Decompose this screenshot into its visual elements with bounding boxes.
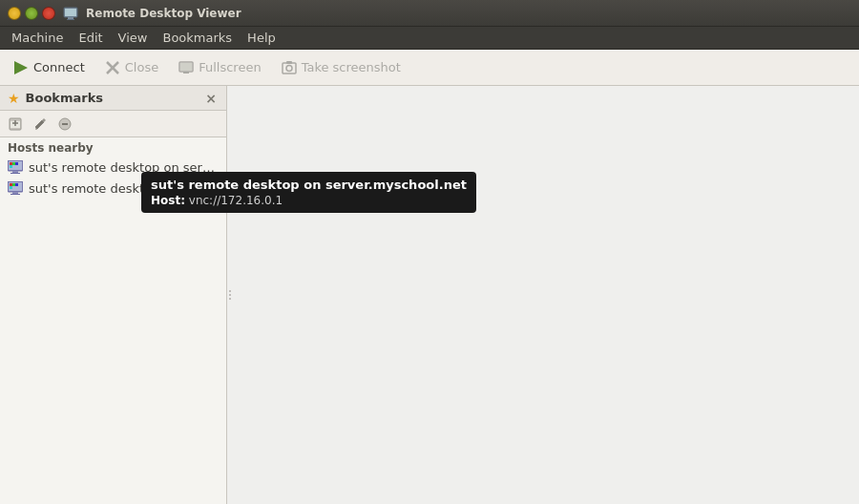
menu-view[interactable]: View xyxy=(111,29,156,47)
window-controls xyxy=(8,7,55,20)
remove-bookmark-button[interactable] xyxy=(53,114,76,135)
bookmarks-sidebar: ★ Bookmarks × xyxy=(0,86,227,504)
edit-bookmark-button[interactable] xyxy=(29,114,52,135)
resize-dot-2 xyxy=(229,294,231,296)
menu-bookmarks[interactable]: Bookmarks xyxy=(155,29,240,47)
edit-bookmark-icon xyxy=(32,116,48,132)
host-icon-2 xyxy=(8,180,23,196)
svg-rect-3 xyxy=(67,19,74,20)
resize-dot-3 xyxy=(229,298,231,300)
add-bookmark-button[interactable] xyxy=(4,114,27,135)
content-area xyxy=(227,86,859,504)
connect-label: Connect xyxy=(33,60,85,74)
svg-rect-24 xyxy=(10,162,12,165)
window-title: Remote Desktop Viewer xyxy=(86,7,851,20)
svg-rect-26 xyxy=(15,162,18,165)
screenshot-label: Take screenshot xyxy=(302,60,401,74)
svg-rect-25 xyxy=(12,162,15,165)
screenshot-icon xyxy=(281,59,298,76)
host-item-2[interactable]: sut's remote desktop xyxy=(0,178,226,199)
app-icon xyxy=(63,6,78,21)
bookmarks-title: Bookmarks xyxy=(26,91,198,105)
fullscreen-icon xyxy=(178,59,195,76)
sidebar-header: ★ Bookmarks × xyxy=(0,86,226,111)
svg-rect-34 xyxy=(15,183,18,186)
host-icon-1 xyxy=(8,159,23,175)
svg-rect-8 xyxy=(180,63,192,71)
host-item-text-1: sut's remote desktop on server.... xyxy=(29,160,219,175)
titlebar: Remote Desktop Viewer xyxy=(0,0,859,27)
close-toolbar-button[interactable]: Close xyxy=(95,54,167,81)
menu-help[interactable]: Help xyxy=(240,29,283,47)
menubar: Machine Edit View Bookmarks Help xyxy=(0,27,859,50)
fullscreen-button[interactable]: Fullscreen xyxy=(169,54,269,81)
sidebar-toolbar xyxy=(0,111,226,137)
menu-edit[interactable]: Edit xyxy=(71,29,110,47)
svg-rect-31 xyxy=(10,194,20,195)
main-area: ★ Bookmarks × xyxy=(0,86,859,504)
svg-rect-22 xyxy=(12,171,18,173)
host-item-1[interactable]: sut's remote desktop on server.... sut's… xyxy=(0,157,226,178)
resize-dot-1 xyxy=(229,290,231,292)
connect-icon xyxy=(12,59,30,76)
svg-rect-32 xyxy=(10,183,12,186)
sidebar-resize-handle[interactable] xyxy=(227,276,233,314)
close-button[interactable] xyxy=(42,7,55,20)
screenshot-button[interactable]: Take screenshot xyxy=(272,54,409,81)
bookmarks-star-icon: ★ xyxy=(8,91,20,106)
svg-rect-10 xyxy=(283,63,296,74)
svg-rect-12 xyxy=(286,61,292,64)
connect-button[interactable]: Connect xyxy=(4,54,94,81)
svg-rect-23 xyxy=(10,173,20,174)
svg-rect-1 xyxy=(65,9,76,16)
toolbar: Connect Close Fullscreen Take screenshot xyxy=(0,50,859,86)
menu-machine[interactable]: Machine xyxy=(4,29,71,47)
fullscreen-label: Fullscreen xyxy=(199,60,261,74)
close-label: Close xyxy=(125,60,158,74)
minimize-button[interactable] xyxy=(8,7,21,20)
svg-rect-9 xyxy=(183,72,189,74)
svg-rect-27 xyxy=(10,165,12,168)
host-item-text-2: sut's remote desktop xyxy=(29,181,159,196)
svg-rect-35 xyxy=(10,186,12,189)
svg-point-11 xyxy=(286,65,292,71)
add-bookmark-icon xyxy=(8,116,23,132)
svg-marker-4 xyxy=(14,61,28,74)
close-toolbar-icon xyxy=(104,59,121,76)
sidebar-close-button[interactable]: × xyxy=(203,91,219,106)
remove-bookmark-icon xyxy=(57,116,73,132)
svg-rect-33 xyxy=(12,183,15,186)
maximize-button[interactable] xyxy=(25,7,38,20)
svg-rect-30 xyxy=(12,192,18,194)
hosts-nearby-label: Hosts nearby xyxy=(0,137,226,157)
svg-rect-2 xyxy=(68,17,73,19)
